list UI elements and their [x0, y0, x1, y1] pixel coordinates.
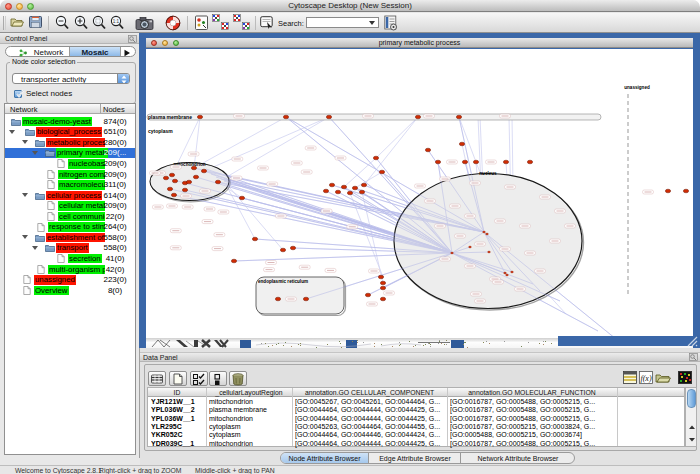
svg-text:endoplasmic reticulum: endoplasmic reticulum: [258, 279, 308, 284]
svg-text:1:1: 1:1: [113, 19, 120, 24]
svg-text:plasma membrane: plasma membrane: [148, 114, 192, 120]
svg-text:nucleus: nucleus: [479, 171, 497, 176]
svg-text:f(x): f(x): [640, 374, 651, 383]
svg-text:cytoplasm: cytoplasm: [148, 128, 173, 134]
svg-text:unassigned: unassigned: [624, 85, 650, 90]
